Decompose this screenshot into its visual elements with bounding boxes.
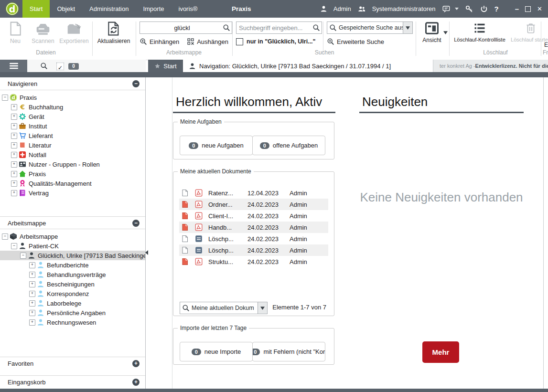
dropdown-caret-button[interactable] bbox=[258, 302, 267, 314]
tree-expander-icon[interactable]: + bbox=[11, 180, 17, 187]
count-button[interactable]: 0 offene Aufgaben bbox=[252, 136, 325, 155]
suchbegriff-input[interactable] bbox=[238, 24, 312, 32]
section-header-arbeitsmappe[interactable]: Arbeitsmappe bbox=[0, 216, 145, 229]
dropdown-caret-button[interactable] bbox=[403, 22, 412, 33]
section-header-favoriten[interactable]: Favoriten bbox=[0, 357, 145, 370]
tree-item[interactable]: + Persönliche Angaben bbox=[0, 308, 145, 318]
tree-item[interactable]: + Literatur bbox=[0, 140, 145, 150]
tree-item[interactable]: + Laborbelege bbox=[0, 298, 145, 308]
tree-expander-icon[interactable]: − bbox=[2, 233, 8, 240]
tab-start[interactable]: Start bbox=[148, 60, 183, 72]
menu-item[interactable]: Importe bbox=[136, 0, 171, 18]
tree-expander-icon[interactable]: + bbox=[29, 300, 35, 307]
menu-item[interactable]: Administration bbox=[82, 0, 136, 18]
search-icon[interactable] bbox=[312, 24, 320, 32]
neu-button[interactable]: Neu bbox=[3, 20, 28, 44]
section-header-navigieren[interactable]: Navigieren bbox=[0, 77, 145, 90]
document-row[interactable]: Ordner... 24.02.2023 Admin bbox=[179, 199, 328, 210]
ansicht-button[interactable]: Ansicht bbox=[419, 20, 444, 43]
menu-item[interactable]: Start bbox=[22, 0, 50, 18]
sidebar-search-icon[interactable] bbox=[40, 62, 48, 70]
count-button[interactable]: 0 neue Importe bbox=[180, 342, 253, 361]
tree-expander-icon[interactable]: + bbox=[11, 142, 17, 148]
arbeitsmappe-searchbox[interactable] bbox=[140, 21, 232, 34]
close-button[interactable]: ✕ bbox=[537, 5, 542, 12]
tree-item[interactable]: + Vertrag bbox=[0, 188, 145, 198]
search-icon[interactable] bbox=[223, 24, 230, 32]
tree-item[interactable]: + Befundberichte bbox=[0, 260, 145, 270]
tree-expander-icon[interactable]: + bbox=[29, 281, 35, 287]
tab-navigation[interactable]: Navigation: Glücklich, Ulrike [79713 Bad… bbox=[183, 60, 433, 72]
tree-expander-icon[interactable]: + bbox=[11, 133, 17, 139]
tree-expander-icon[interactable]: + bbox=[29, 319, 35, 326]
document-row[interactable]: Client-I... 24.02.2023 Admin bbox=[179, 210, 328, 222]
document-row[interactable]: Ratenz... 12.04.2023 Admin bbox=[179, 187, 328, 199]
loeschlauf-kontrollliste-button[interactable]: Löschlauf-Kontrollliste bbox=[452, 20, 507, 42]
tree-item[interactable]: + Notfall bbox=[0, 150, 145, 159]
minimize-button[interactable]: – bbox=[515, 5, 519, 13]
tree-expander-icon[interactable]: + bbox=[11, 190, 17, 196]
nur-in-checkbox[interactable] bbox=[236, 38, 243, 45]
tree-item[interactable]: + Rechnungswesen bbox=[0, 318, 145, 327]
document-row[interactable]: Struktu... 24.02.2023 Admin bbox=[179, 256, 328, 267]
messages-icon[interactable] bbox=[442, 5, 451, 13]
tree-expander-icon[interactable]: + bbox=[11, 171, 17, 177]
erweiterte-suche-button[interactable]: Erweiterte Suche bbox=[327, 38, 384, 45]
tree-item[interactable]: + Behandlungsverträge bbox=[0, 270, 145, 279]
tree-expander-icon[interactable]: + bbox=[11, 123, 17, 129]
tree-item[interactable]: + Bescheinigungen bbox=[0, 279, 145, 289]
tree-expander-icon[interactable]: + bbox=[29, 262, 35, 268]
collapse-icon[interactable] bbox=[132, 80, 140, 87]
document-filter-dropdown[interactable]: Meine aktuellen Dokum bbox=[180, 302, 268, 314]
key-icon[interactable] bbox=[465, 5, 473, 13]
messages-chevron-down-icon[interactable] bbox=[455, 8, 459, 10]
tree-item[interactable]: + Korrespondenz bbox=[0, 289, 145, 298]
document-row[interactable]: Löschp... 24.02.2023 Admin bbox=[179, 244, 328, 256]
menu-item[interactable]: ivoris® bbox=[172, 0, 205, 18]
sidebar-check-toggle[interactable] bbox=[56, 63, 64, 70]
tree-expander-icon[interactable]: + bbox=[29, 310, 35, 316]
tree-item[interactable]: + Nutzer - Gruppen - Rollen bbox=[0, 159, 145, 169]
einhaengen-button[interactable]: Einhängen bbox=[140, 38, 179, 45]
tree-item[interactable]: + € Buchhaltung bbox=[0, 102, 145, 112]
gespeicherte-suche-dropdown[interactable]: Gespeicherte Suche aus bbox=[327, 21, 413, 34]
loeschlauf-starten-button[interactable]: Löschlauf starten bbox=[508, 20, 548, 42]
tree-expander-icon[interactable]: − bbox=[11, 243, 17, 249]
expand-icon[interactable] bbox=[132, 379, 140, 386]
tree-item[interactable]: + Gerät bbox=[0, 112, 145, 121]
count-button[interactable]: 0 mit Fehlern (nicht "Korr bbox=[252, 342, 325, 361]
collapse-icon[interactable] bbox=[132, 220, 140, 227]
tree-item[interactable]: + Qualitäts-Management bbox=[0, 179, 145, 188]
section-header-eingangskorb[interactable]: Eingangskorb bbox=[0, 375, 145, 388]
help-button[interactable]: ? bbox=[494, 5, 499, 13]
tree-item[interactable]: + Praxis bbox=[0, 169, 145, 179]
mehr-button[interactable]: Mehr bbox=[422, 341, 459, 363]
exportieren-button[interactable]: Exportieren bbox=[58, 20, 90, 44]
tree-expander-icon[interactable]: + bbox=[11, 152, 17, 158]
tree-item[interactable]: − Patient-CK bbox=[0, 241, 145, 251]
tree-expander-icon[interactable]: − bbox=[2, 95, 8, 101]
sidebar-count-badge[interactable]: 0 bbox=[68, 63, 79, 70]
tree-expander-icon[interactable]: + bbox=[29, 272, 35, 278]
document-row[interactable]: Handb... 24.02.2023 Admin bbox=[179, 222, 328, 233]
tree-item[interactable]: − Arbeitsmappe bbox=[0, 232, 145, 241]
tree-expander-icon[interactable]: + bbox=[11, 161, 17, 168]
power-icon[interactable] bbox=[480, 5, 488, 13]
hamburger-menu-button[interactable] bbox=[0, 60, 27, 72]
count-button[interactable]: 0 neue Aufgaben bbox=[180, 136, 253, 155]
expand-icon[interactable] bbox=[132, 360, 140, 367]
tree-expander-icon[interactable]: + bbox=[11, 114, 17, 120]
document-row[interactable]: Löschp... 24.02.2023 Admin bbox=[179, 233, 328, 244]
maximize-button[interactable] bbox=[525, 6, 531, 12]
tree-expander-icon[interactable]: + bbox=[29, 291, 35, 297]
tree-item[interactable]: + Lieferant bbox=[0, 131, 145, 140]
ansicht-chevron-down-icon[interactable] bbox=[443, 31, 448, 34]
tree-item[interactable]: − Glücklich, Ulrike [79713 Bad Saeckinge… bbox=[0, 251, 145, 260]
aushaengen-button[interactable]: Aushängen bbox=[187, 38, 228, 45]
arbeitsmappe-search-input[interactable] bbox=[141, 24, 223, 32]
tree-item[interactable]: − d Praxis bbox=[0, 93, 145, 102]
aktualisieren-button[interactable]: Aktualisieren bbox=[96, 20, 132, 44]
menu-item[interactable]: Objekt bbox=[50, 0, 82, 18]
tree-item[interactable]: + Institut bbox=[0, 121, 145, 131]
tree-expander-icon[interactable]: + bbox=[11, 104, 17, 110]
